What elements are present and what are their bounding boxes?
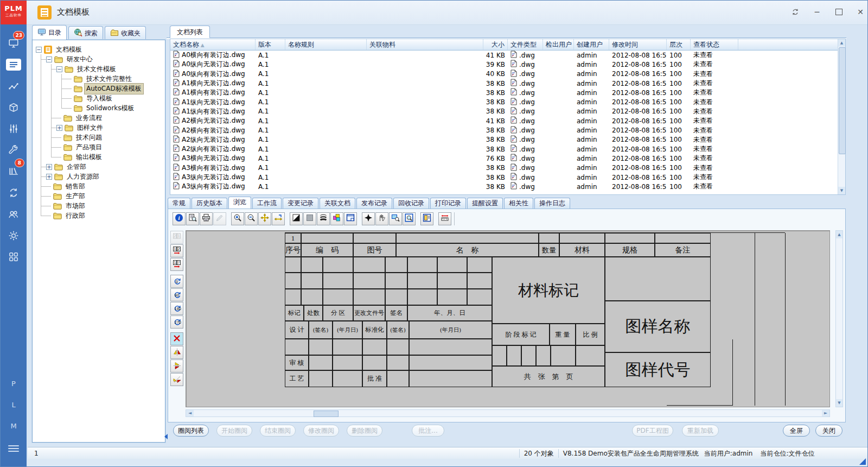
scroll-up-icon[interactable]: ▲ xyxy=(838,39,845,47)
nav-tab-搜索[interactable]: 搜索 xyxy=(68,26,103,40)
tab-历史版本[interactable]: 历史版本 xyxy=(192,198,227,209)
column-header-创建用户[interactable]: 创建用户 xyxy=(574,39,609,50)
button-修改圈阅[interactable]: 修改圈阅 xyxy=(303,425,339,437)
color-settings-button[interactable] xyxy=(330,212,343,225)
column-header-修改时间[interactable]: 修改时间 xyxy=(609,39,667,50)
drawing-canvas[interactable]: 1序号编 码图号名 称数量材料规格备注标记处数分 区更改文件号签名年、月、日设 … xyxy=(186,230,830,407)
table-row[interactable]: A1纵向有装订边.dwgA.138 KB.dwgadmin2012-08-08 … xyxy=(170,107,845,116)
compare-versions-button[interactable]: 21 xyxy=(170,231,183,244)
button-PDF工程图[interactable]: PDF工程图 xyxy=(632,425,673,437)
fit-page-button[interactable] xyxy=(258,212,271,225)
maximize-button[interactable] xyxy=(831,5,847,19)
rotate-180-button[interactable]: 180 xyxy=(170,302,183,315)
table-row[interactable]: A3纵向有装订边.dwgA.138 KB.dwgadmin2012-08-08 … xyxy=(170,182,845,191)
tab-相关性[interactable]: 相关性 xyxy=(504,198,533,209)
tree-item-企管部[interactable]: +企管部 xyxy=(36,162,165,172)
close-button[interactable]: ✕ xyxy=(852,5,868,19)
button-批注[interactable]: 批注... xyxy=(412,425,444,437)
preview-scroll-left-icon[interactable]: ◄ xyxy=(186,410,194,416)
background-button[interactable] xyxy=(303,212,316,225)
tree-item-研发中心[interactable]: −研发中心 xyxy=(36,54,165,64)
collapse-icon[interactable]: − xyxy=(46,56,52,62)
resize-grip-icon[interactable] xyxy=(859,458,866,465)
zoom-window-button[interactable] xyxy=(389,212,402,225)
table-row[interactable]: A2纵向有装订边.dwgA.138 KB.dwgadmin2012-08-08 … xyxy=(170,144,845,154)
tab-发布记录[interactable]: 发布记录 xyxy=(356,198,392,209)
tree-item-技术文件模板[interactable]: −技术文件模板 xyxy=(36,64,165,74)
annotate-pen-button[interactable] xyxy=(213,212,226,225)
button-开始圈阅[interactable]: 开始圈阅 xyxy=(216,425,252,437)
tab-常规[interactable]: 常规 xyxy=(168,198,190,209)
scroll-down-icon[interactable]: ▼ xyxy=(838,187,845,194)
table-row[interactable]: A0纵向有装订边.dwgA.140 KB.dwgadmin2012-08-08 … xyxy=(170,70,845,79)
preview-scroll-right-icon[interactable]: ► xyxy=(822,410,829,416)
tree-item-产品项目[interactable]: 产品项目 xyxy=(36,142,165,152)
column-header-层次[interactable]: 层次 xyxy=(667,39,691,50)
table-row[interactable]: A1横向无装订边.dwgA.138 KB.dwgadmin2012-08-08 … xyxy=(170,79,845,88)
table-row[interactable]: A3横向有装订边.dwgA.138 KB.dwgadmin2012-08-08 … xyxy=(170,163,845,173)
fit-width-button[interactable] xyxy=(272,212,285,225)
new-window-button[interactable] xyxy=(344,212,357,225)
sidebar-item-monitor[interactable]: 23 xyxy=(1,34,27,53)
minimize-button[interactable]: ─ xyxy=(809,5,825,19)
invert-colors-button[interactable] xyxy=(290,212,303,225)
nav-tab-收藏夹[interactable]: 收藏夹 xyxy=(105,26,146,40)
rotate-90-button[interactable]: 90 xyxy=(170,288,183,301)
column-header-关联物料[interactable]: 关联物料 xyxy=(367,39,483,50)
menu-icon[interactable] xyxy=(8,444,19,453)
sidebar-item-documents[interactable] xyxy=(1,55,27,74)
sidebar-item-cube[interactable] xyxy=(1,98,27,117)
table-row[interactable]: A1纵向无装订边.dwgA.138 KB.dwgadmin2012-08-08 … xyxy=(170,97,845,106)
table-row[interactable]: A2横向有装订边.dwgA.138 KB.dwgadmin2012-08-08 … xyxy=(170,125,845,135)
tree-item-市场部[interactable]: 市场部 xyxy=(36,201,165,211)
preview-scroll-down-icon[interactable]: ▼ xyxy=(836,399,843,407)
tab-变更记录[interactable]: 变更记录 xyxy=(283,198,318,209)
measure-button[interactable] xyxy=(438,212,451,225)
print-button[interactable] xyxy=(200,212,213,225)
column-header-大小[interactable]: 大小 xyxy=(483,39,508,50)
flip-diagonal-button[interactable] xyxy=(170,373,183,386)
refresh-button[interactable] xyxy=(787,5,803,19)
table-row[interactable]: A2横向无装订边.dwgA.141 KB.dwgadmin2012-08-08 … xyxy=(170,116,845,125)
collapse-icon[interactable]: − xyxy=(56,66,62,72)
tab-打印记录[interactable]: 打印记录 xyxy=(430,198,466,209)
no-flip-button[interactable] xyxy=(170,332,183,345)
tree-item-行政部[interactable]: 行政部 xyxy=(36,211,165,220)
sidebar-item-users[interactable] xyxy=(1,205,27,224)
button-全屏[interactable]: 全屏 xyxy=(783,425,810,437)
copy-page-1-q-button[interactable]: 1? xyxy=(170,258,183,271)
copy-page-1-2-button[interactable]: 12 xyxy=(170,244,183,257)
preview-vscrollbar[interactable]: ▲ ▼ xyxy=(835,230,843,407)
scroll-thumb[interactable] xyxy=(839,47,846,154)
nav-tab-目录[interactable]: 目录 xyxy=(32,25,67,40)
tree-item-Solidworks模板[interactable]: Solidworks模板 xyxy=(36,103,165,113)
flip-vertical-button[interactable] xyxy=(170,359,183,373)
expand-icon[interactable]: + xyxy=(46,174,52,180)
zoom-out-button[interactable] xyxy=(245,212,258,225)
hand-button[interactable] xyxy=(375,212,388,225)
zoom-in-button[interactable] xyxy=(231,212,244,225)
tree-item-输出模板[interactable]: 输出模板 xyxy=(36,152,165,162)
rotate-0-button[interactable]: 0 xyxy=(170,275,183,288)
tree-item-技术问题[interactable]: 技术问题 xyxy=(36,132,165,142)
rotate-270-button[interactable]: 270 xyxy=(170,315,183,329)
button-关闭[interactable]: 关闭 xyxy=(815,425,843,437)
column-header-版本[interactable]: 版本 xyxy=(256,39,285,50)
tab-document-list[interactable]: 文档列表 xyxy=(170,26,210,38)
tree-item-业务流程[interactable]: 业务流程 xyxy=(36,113,165,123)
tab-浏览[interactable]: 浏览 xyxy=(228,197,251,209)
tree-item-技术文件完整性[interactable]: 技术文件完整性 xyxy=(36,74,165,84)
lineweight-button[interactable] xyxy=(317,212,330,225)
preview-scroll-up-icon[interactable]: ▲ xyxy=(836,231,843,238)
table-row[interactable]: A3纵向无装订边.dwgA.138 KB.dwgadmin2012-08-08 … xyxy=(170,173,845,182)
table-row[interactable]: A1横向有装订边.dwgA.138 KB.dwgadmin2012-08-08 … xyxy=(170,88,845,97)
markup-list-window-button[interactable] xyxy=(420,212,433,225)
preview-hscrollbar[interactable]: ◄ ► xyxy=(186,409,830,417)
column-header-文件类型[interactable]: 文件类型 xyxy=(508,39,543,50)
column-header-检出用户[interactable]: 检出用户 xyxy=(543,39,574,50)
info-button[interactable]: i xyxy=(173,212,186,225)
sidebar-item-sync[interactable] xyxy=(1,184,27,202)
sidebar-item-apps[interactable] xyxy=(1,248,27,266)
collapse-icon[interactable]: − xyxy=(36,47,42,53)
sidebar-item-chart[interactable] xyxy=(1,77,27,96)
